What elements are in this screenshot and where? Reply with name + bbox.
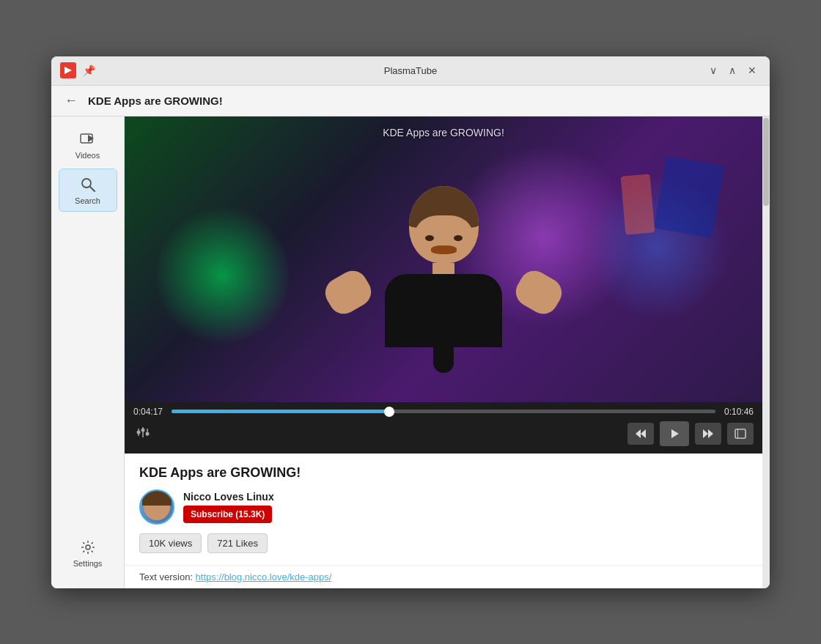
subscribe-button[interactable]: Subscribe (15.3K) [183, 506, 272, 523]
views-badge: 10K views [139, 533, 202, 553]
progress-thumb[interactable] [384, 407, 394, 417]
app-window: 📌 PlasmaTube ∨ ∧ ✕ ← KDE Apps are GROWIN… [51, 56, 770, 588]
avatar-face [144, 494, 170, 520]
svg-line-10 [83, 542, 84, 544]
stats-row: 10K views 721 Likes [139, 533, 748, 553]
search-icon [80, 177, 96, 193]
svg-marker-2 [88, 135, 94, 142]
app-icon [60, 62, 76, 78]
videos-icon [80, 131, 96, 147]
titlebar-left: 📌 [60, 62, 95, 78]
video-info-title: KDE Apps are GROWING! [139, 465, 748, 481]
progress-fill [172, 410, 389, 413]
svg-marker-21 [641, 429, 646, 438]
play-button[interactable] [660, 421, 689, 446]
svg-marker-20 [636, 429, 641, 438]
total-time: 0:10:46 [723, 407, 754, 417]
svg-line-11 [91, 550, 92, 552]
avatar [139, 489, 174, 525]
titlebar: 📌 PlasmaTube ∨ ∧ ✕ [51, 56, 770, 86]
svg-line-13 [83, 550, 84, 552]
svg-marker-22 [671, 429, 679, 438]
video-player[interactable]: KDE Apps are GROWING! 0:04:17 0:10:46 [125, 116, 762, 454]
window-title: PlasmaTube [384, 65, 438, 76]
fullscreen-icon [735, 429, 746, 439]
description-link[interactable]: https://blog.nicco.love/kde-apps/ [196, 571, 332, 582]
back-button[interactable]: ← [62, 90, 81, 111]
video-title-overlay: KDE Apps are GROWING! [383, 127, 504, 138]
likes-badge: 721 Likes [207, 533, 268, 553]
content-area: KDE Apps are GROWING! 0:04:17 0:10:46 [125, 116, 762, 588]
video-controls: 0:04:17 0:10:46 [125, 402, 762, 454]
close-button[interactable]: ✕ [743, 62, 761, 79]
svg-marker-0 [65, 67, 72, 74]
video-background [125, 116, 762, 402]
svg-point-17 [141, 428, 145, 432]
channel-row: Nicco Loves Linux Subscribe (15.3K) [139, 489, 748, 525]
progress-bar[interactable] [172, 410, 715, 413]
minimize-button[interactable]: ∨ [705, 62, 721, 79]
svg-point-19 [146, 432, 150, 435]
svg-point-3 [82, 179, 91, 188]
description-prefix: Text version: [139, 571, 193, 582]
svg-marker-24 [708, 429, 713, 438]
main-layout: Videos Search [51, 116, 770, 588]
app-header: ← KDE Apps are GROWING! [51, 86, 770, 116]
svg-line-4 [90, 187, 95, 191]
settings-control-button[interactable] [133, 423, 152, 445]
sidebar-settings-label: Settings [73, 559, 103, 568]
svg-point-15 [137, 430, 141, 434]
svg-marker-23 [703, 429, 708, 438]
fullscreen-button[interactable] [727, 423, 754, 445]
sidebar-item-settings[interactable]: Settings [59, 532, 117, 574]
rewind-icon [635, 429, 647, 439]
channel-name: Nicco Loves Linux [183, 491, 274, 503]
sidebar: Videos Search [51, 116, 125, 588]
svg-point-5 [86, 545, 90, 549]
sidebar-videos-label: Videos [76, 151, 100, 160]
progress-bar-container: 0:04:17 0:10:46 [133, 407, 754, 417]
scrollbar[interactable] [762, 116, 770, 588]
page-title: KDE Apps are GROWING! [88, 95, 223, 107]
sidebar-search-label: Search [75, 196, 100, 205]
sidebar-item-videos[interactable]: Videos [59, 124, 117, 166]
settings-icon [80, 539, 96, 555]
equalizer-icon [136, 426, 150, 439]
rewind-button[interactable] [627, 423, 654, 445]
svg-rect-25 [735, 429, 745, 437]
play-icon [669, 428, 680, 440]
video-info: KDE Apps are GROWING! Nicco Loves Linux … [125, 454, 762, 566]
pin-icon: 📌 [82, 64, 95, 77]
scrollbar-thumb[interactable] [763, 118, 769, 206]
controls-row [133, 421, 754, 446]
window-controls: ∨ ∧ ✕ [705, 62, 761, 79]
channel-details: Nicco Loves Linux Subscribe (15.3K) [183, 491, 274, 523]
svg-line-12 [91, 542, 92, 544]
description-row: Text version: https://blog.nicco.love/kd… [125, 566, 762, 588]
avatar-hair [142, 491, 172, 506]
forward-button[interactable] [695, 423, 721, 445]
forward-icon [702, 429, 714, 439]
current-time: 0:04:17 [133, 407, 164, 417]
green-light [157, 202, 289, 349]
sidebar-item-search[interactable]: Search [59, 169, 117, 212]
maximize-button[interactable]: ∧ [724, 62, 740, 79]
video-thumbnail: KDE Apps are GROWING! [125, 116, 762, 402]
